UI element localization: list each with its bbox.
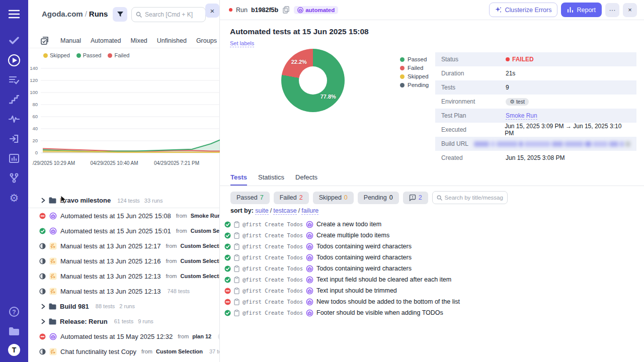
- gear-icon: ⚙: [510, 99, 515, 105]
- panel-close-button[interactable]: ×: [205, 4, 219, 18]
- svg-text:20: 20: [32, 138, 38, 143]
- clusterize-errors-button[interactable]: Clusterize Errors: [489, 3, 557, 17]
- folder-icon: [49, 318, 56, 325]
- filter-button[interactable]: [113, 7, 127, 22]
- test-row[interactable]: @first Create Todos…Create a new todo it…: [224, 219, 637, 230]
- help-icon[interactable]: ?: [7, 305, 21, 319]
- test-title: Todos containing weird characters: [316, 243, 412, 250]
- run-row[interactable]: Manual tests at 13 Jun 2025 12:17fromCus…: [28, 238, 219, 253]
- chevron-right-icon[interactable]: [41, 304, 45, 309]
- tab-mixed[interactable]: Mixed: [130, 37, 147, 44]
- automated-badge[interactable]: automated: [294, 6, 338, 14]
- settings-gear-icon[interactable]: ⚙: [7, 191, 21, 205]
- tests-search-input[interactable]: [445, 195, 503, 201]
- runs-play-circle-icon[interactable]: [7, 53, 21, 67]
- test-suite-path: @first Create Todos…: [243, 254, 303, 260]
- tests-search[interactable]: [432, 191, 508, 204]
- half-circle-progress-icon: [39, 288, 46, 295]
- test-row[interactable]: @first Create Todos…Todos containing wei…: [224, 252, 637, 263]
- tests-check-icon[interactable]: [7, 34, 21, 48]
- sort-by-testcase-link[interactable]: testcase: [273, 207, 297, 215]
- tab-unfinished[interactable]: Unfinished: [157, 37, 187, 44]
- pulse-icon[interactable]: [7, 112, 21, 126]
- test-plan-link[interactable]: Smoke Run: [506, 112, 537, 120]
- check-circle-icon: [224, 243, 231, 250]
- test-plans-icon[interactable]: [7, 73, 21, 87]
- close-detail-button[interactable]: ×: [623, 3, 637, 17]
- svg-text:?: ?: [12, 309, 16, 316]
- sort-by-failure-link[interactable]: failure: [301, 207, 318, 215]
- svg-text:04/29/2025 10:40 AM: 04/29/2025 10:40 AM: [90, 160, 138, 166]
- more-options-button[interactable]: ···: [605, 3, 619, 17]
- test-row[interactable]: @first Create Todos…Create multiple todo…: [224, 230, 637, 241]
- test-row[interactable]: @first Create Todos…Todos containing wei…: [224, 241, 637, 252]
- runs-search-input[interactable]: [145, 11, 201, 18]
- filter-skipped-button[interactable]: Skipped0: [313, 192, 354, 204]
- run-row[interactable]: Manual tests at 13 Jun 2025 12:13748 tes…: [28, 284, 219, 299]
- results-donut-chart: 22.2% 77.8%: [281, 49, 345, 112]
- check-circle-icon: [224, 254, 231, 261]
- breadcrumb-project[interactable]: Agoda.com: [42, 10, 83, 18]
- breadcrumb[interactable]: Agoda.com/Runs: [42, 10, 108, 18]
- history-chart-legend: Skipped Passed Failed: [43, 52, 129, 58]
- analytics-bar-chart-icon[interactable]: [7, 151, 21, 165]
- tab-statistics[interactable]: Statistics: [258, 173, 284, 186]
- tab-tests[interactable]: Tests: [230, 173, 247, 186]
- filter-passed-button[interactable]: Passed7: [230, 192, 270, 204]
- stairs-icon[interactable]: [7, 93, 21, 107]
- test-row[interactable]: @first Create Todos…Text input field sho…: [224, 274, 637, 285]
- branch-icon[interactable]: [7, 171, 21, 185]
- test-row[interactable]: @first Create Todos…New todos should be …: [224, 296, 637, 307]
- manual-run-icon: [49, 273, 57, 280]
- donut-passed-label: 77.8%: [320, 94, 336, 100]
- test-suite-path: @first Create Todos…: [243, 310, 303, 316]
- multi-select-icon[interactable]: [41, 37, 49, 45]
- half-circle-progress-icon: [39, 243, 46, 249]
- menu-icon[interactable]: [7, 7, 21, 21]
- sort-by-suite-link[interactable]: suite: [255, 207, 268, 215]
- robot-icon: [49, 227, 57, 235]
- copy-run-id-button[interactable]: [282, 6, 290, 14]
- set-labels-link[interactable]: Set labels: [230, 40, 254, 47]
- legend-skipped: Skipped: [400, 73, 429, 79]
- docs-folder-icon[interactable]: [7, 324, 21, 338]
- filter-comments-button[interactable]: 2: [403, 192, 428, 204]
- sign-in-icon[interactable]: [7, 132, 21, 146]
- robot-icon: [49, 212, 57, 220]
- tab-defects[interactable]: Defects: [295, 173, 317, 186]
- test-row[interactable]: @first Create Todos…Text input should be…: [224, 285, 637, 296]
- svg-text:04/29/2025 7:21 PM: 04/29/2025 7:21 PM: [154, 160, 199, 166]
- run-row[interactable]: Chat functinality test CopyfromCustom Se…: [28, 344, 219, 359]
- legend-skipped: Skipped: [43, 52, 70, 58]
- minus-circle-icon: [39, 213, 46, 219]
- environment-pill[interactable]: ⚙test: [506, 98, 529, 106]
- runs-filter-tabs: Manual Automated Mixed Unfinished Groups: [28, 33, 219, 48]
- clipboard-icon: [234, 254, 239, 261]
- folder-row[interactable]: Release: Rerun61 tests9 runs: [28, 314, 219, 329]
- run-row[interactable]: Manual tests at 13 Jun 2025 12:16fromCus…: [28, 253, 219, 268]
- chevron-right-icon[interactable]: [41, 198, 45, 203]
- tab-groups[interactable]: Groups: [196, 37, 217, 44]
- test-row[interactable]: @first Create Todos…Footer should be vis…: [224, 307, 637, 318]
- minus-circle-icon: [224, 299, 231, 305]
- test-row[interactable]: @first Create Todos…Todos containing wei…: [224, 263, 637, 274]
- run-row[interactable]: Automated tests at 15 May 2025 12:32from…: [28, 329, 219, 344]
- folder-row[interactable]: Bravo milestone124 tests33 runs: [28, 193, 219, 208]
- testomat-logo[interactable]: T: [8, 344, 20, 356]
- filter-pending-button[interactable]: Pending0: [358, 192, 399, 204]
- run-detail-topbar: Run b1982f5b automated Clusterize Errors…: [220, 0, 644, 20]
- run-row[interactable]: Automated tests at 15 Jun 2025 15:08from…: [28, 208, 219, 223]
- folder-row[interactable]: Build 98188 tests2 runs: [28, 299, 219, 314]
- report-button[interactable]: Report: [561, 3, 602, 17]
- runs-search[interactable]: [131, 7, 206, 22]
- chevron-right-icon[interactable]: [41, 319, 45, 324]
- tab-automated[interactable]: Automated: [91, 37, 121, 44]
- passed-dot-icon: [400, 57, 405, 62]
- run-row[interactable]: Automated tests at 15 Jun 2025 15:01from…: [28, 223, 219, 238]
- tab-manual[interactable]: Manual: [60, 37, 81, 44]
- detail-row-environment: Environment ⚙test: [435, 95, 636, 109]
- pending-dot-icon: [400, 83, 405, 87]
- run-row[interactable]: Manual tests at 13 Jun 2025 12:13fromCus…: [28, 268, 219, 284]
- filter-failed-button[interactable]: Failed2: [274, 192, 309, 204]
- test-suite-path: @first Create Todos…: [243, 265, 303, 272]
